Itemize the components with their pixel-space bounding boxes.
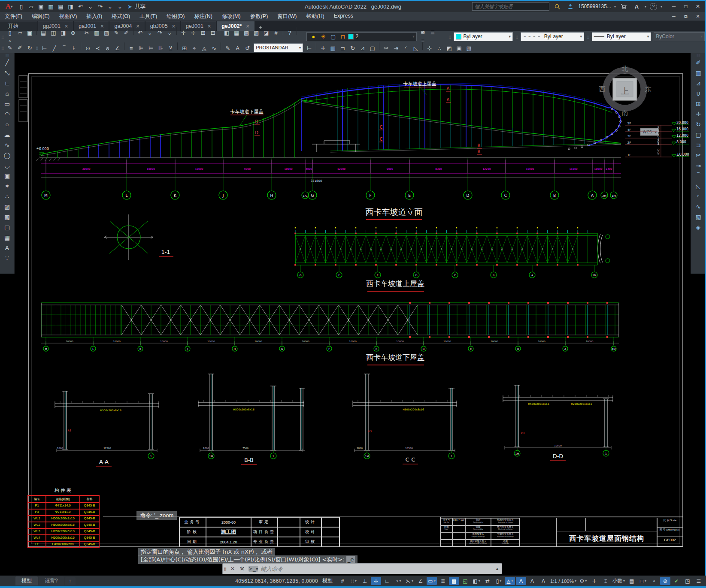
menu-w[interactable]: 窗口(W) bbox=[273, 12, 301, 21]
layer-combo-caret-icon[interactable]: ▾ bbox=[410, 34, 415, 39]
dim-space-icon[interactable]: ⊪ bbox=[156, 44, 165, 53]
fillet-icon[interactable]: ◜ bbox=[401, 44, 410, 53]
workspace-icon[interactable]: ⚙▾ bbox=[578, 577, 588, 585]
pan-icon[interactable]: ✛ bbox=[179, 29, 188, 37]
infer-constraints-icon[interactable]: ⊥ bbox=[360, 577, 370, 585]
customize-icon[interactable]: ☰ bbox=[694, 577, 704, 585]
redo-icon[interactable]: ↷ bbox=[96, 2, 105, 11]
quick-properties-icon[interactable]: ▤ bbox=[627, 577, 637, 585]
toolbar-grip[interactable]: ⠿⠿ bbox=[5, 54, 9, 57]
hardware-accel-icon[interactable]: ✔ bbox=[671, 577, 682, 585]
search-icon[interactable] bbox=[553, 2, 562, 11]
create-block-icon[interactable]: ✶ bbox=[2, 181, 12, 191]
explode-icon[interactable]: ▧ bbox=[464, 44, 473, 53]
dim-ordinate-icon[interactable]: ⊦ bbox=[70, 44, 79, 53]
toolbar-grip[interactable]: ⣿ bbox=[1, 34, 4, 39]
plot-icon[interactable]: ▤ bbox=[39, 29, 48, 37]
menu-o[interactable]: 格式(O) bbox=[107, 12, 135, 21]
blend-icon[interactable]: ∿ bbox=[693, 202, 703, 212]
match-properties-icon[interactable]: ✎ bbox=[112, 29, 121, 37]
point-icon[interactable]: ∴ bbox=[2, 191, 12, 202]
cut-icon[interactable]: ✂ bbox=[82, 29, 91, 37]
dim-continue-icon[interactable]: ⊨ bbox=[146, 44, 155, 53]
dim-style-caret-icon[interactable]: ▾ bbox=[297, 45, 301, 50]
tool-palettes-icon[interactable]: ▩ bbox=[242, 29, 251, 37]
zoom-previous-icon[interactable]: ⊟ bbox=[209, 29, 218, 37]
command-input[interactable] bbox=[260, 565, 493, 573]
trim-icon[interactable]: ✂ bbox=[382, 44, 391, 53]
chamfer-icon[interactable]: ◺ bbox=[411, 44, 420, 53]
region-icon[interactable]: ▢ bbox=[2, 222, 12, 232]
menu-t[interactable]: 工具(T) bbox=[135, 12, 162, 21]
undo-icon[interactable]: ↶ bbox=[76, 2, 85, 11]
annotation-scale[interactable]: 1:1 / 100%▾ bbox=[549, 577, 577, 585]
linetype-caret-icon[interactable]: ▾ bbox=[578, 34, 582, 39]
units-icon-icon[interactable]: ⌶ bbox=[600, 577, 611, 585]
redo-icon[interactable]: ↷ bbox=[155, 29, 164, 37]
revision-cloud-icon[interactable]: ☁ bbox=[2, 130, 12, 140]
rotate-icon[interactable]: ↻ bbox=[693, 119, 703, 130]
customize-quick-access-icon[interactable]: ⌄ bbox=[115, 2, 124, 11]
break-icon[interactable]: ⌒ bbox=[693, 171, 703, 181]
menu-n[interactable]: 标注(N) bbox=[190, 12, 217, 21]
share-plane-icon[interactable]: ➤ bbox=[125, 2, 134, 11]
command-customize-icon[interactable]: ⚒ bbox=[237, 566, 247, 572]
dim-update-icon[interactable]: ↻ bbox=[25, 43, 34, 52]
undo-icon[interactable]: ↶ bbox=[136, 29, 145, 37]
toolbar-grip[interactable]: ⠿⠿ bbox=[697, 54, 700, 57]
qnew-icon[interactable]: ▯ bbox=[6, 29, 15, 37]
insert-block-icon[interactable]: ▣ bbox=[2, 171, 12, 181]
snap-mode-icon[interactable]: ∷▾ bbox=[348, 577, 359, 585]
dim-edit-2-icon[interactable]: ✎ bbox=[223, 44, 232, 53]
menu-e[interactable]: 编辑(E) bbox=[27, 12, 55, 21]
dim-baseline-icon[interactable]: ⊫ bbox=[136, 44, 145, 53]
redo-dropdown-icon[interactable]: ⌄ bbox=[106, 2, 115, 11]
hatch-icon[interactable]: ▨ bbox=[2, 202, 12, 212]
dim-text-angle-icon[interactable]: A bbox=[233, 44, 242, 53]
help-icon[interactable]: ? bbox=[650, 3, 657, 10]
print-icon[interactable]: ◨ bbox=[66, 2, 75, 11]
new-layout-button[interactable]: + bbox=[65, 577, 76, 585]
paste-clip-icon[interactable]: ▧ bbox=[102, 29, 111, 37]
menu-d[interactable]: 绘图(D) bbox=[162, 12, 189, 21]
cart-icon[interactable] bbox=[619, 2, 628, 11]
dim-radius-icon[interactable]: ⊙ bbox=[83, 44, 92, 53]
explode-icon[interactable]: ▧ bbox=[693, 212, 703, 222]
menu-express[interactable]: Express bbox=[329, 12, 358, 21]
new-file-icon[interactable]: ▯ bbox=[17, 2, 26, 11]
undo-dropdown-icon[interactable]: ⌄ bbox=[86, 2, 95, 11]
dim-break-icon[interactable]: ⊻ bbox=[166, 44, 175, 53]
selection-filter-icon[interactable]: ▯▾ bbox=[494, 577, 504, 585]
layer-lock-icon[interactable]: ⊓ bbox=[339, 32, 348, 41]
move-icon[interactable]: ✛ bbox=[693, 109, 703, 119]
autocad-logo-icon[interactable]: A▾ bbox=[3, 2, 15, 11]
scale-icon[interactable]: ▢ bbox=[693, 130, 703, 140]
minimize-button[interactable]: ─ bbox=[668, 3, 679, 10]
array-icon[interactable]: ⊞ bbox=[693, 99, 703, 109]
layer-properties-icon[interactable]: ≋ bbox=[418, 28, 427, 36]
menu-p[interactable]: 参数(P) bbox=[245, 12, 273, 21]
autodesk-caret-icon[interactable]: ▾ bbox=[645, 5, 646, 9]
account-caret-icon[interactable]: ▾ bbox=[614, 5, 616, 9]
dynamic-ucs-icon[interactable]: ⇄ bbox=[482, 577, 493, 585]
isodraft-icon[interactable]: ⋋▾ bbox=[404, 577, 415, 585]
layer-on-icon[interactable]: ● bbox=[309, 32, 318, 41]
mirror-icon[interactable]: ⊿ bbox=[693, 78, 703, 88]
export-icon[interactable]: ▤ bbox=[56, 2, 65, 11]
center-mark-icon[interactable]: ⌖ bbox=[190, 44, 199, 53]
toolbar-grip[interactable]: ⣿ bbox=[1, 45, 4, 50]
preview-icon[interactable]: ◫ bbox=[49, 29, 58, 37]
color-combo[interactable]: ByLayer ▾ bbox=[454, 32, 513, 41]
annotation-visibility-icon[interactable]: Λ bbox=[516, 577, 526, 585]
menu-m[interactable]: 修改(M) bbox=[217, 12, 245, 21]
layer-viewport-icon[interactable]: ▢ bbox=[329, 32, 338, 41]
3d-box-icon[interactable]: ◈ bbox=[693, 222, 703, 232]
copy-icon[interactable]: ▥ bbox=[693, 68, 703, 78]
autodesk-a-icon[interactable]: A bbox=[632, 2, 641, 11]
table-icon[interactable]: ▦ bbox=[2, 232, 12, 243]
dim-jog-line-icon[interactable]: ∿ bbox=[209, 44, 218, 53]
search-input[interactable] bbox=[472, 2, 549, 11]
drawing-canvas[interactable]: 北西东南上WCS▾±0.000DDCCAABB卡车坡道下屋盖卡车坡道上屋盖300… bbox=[15, 53, 690, 576]
undo-dropdown-icon[interactable]: ⌄ bbox=[145, 29, 155, 37]
polyline-icon[interactable]: ∟ bbox=[2, 78, 12, 88]
